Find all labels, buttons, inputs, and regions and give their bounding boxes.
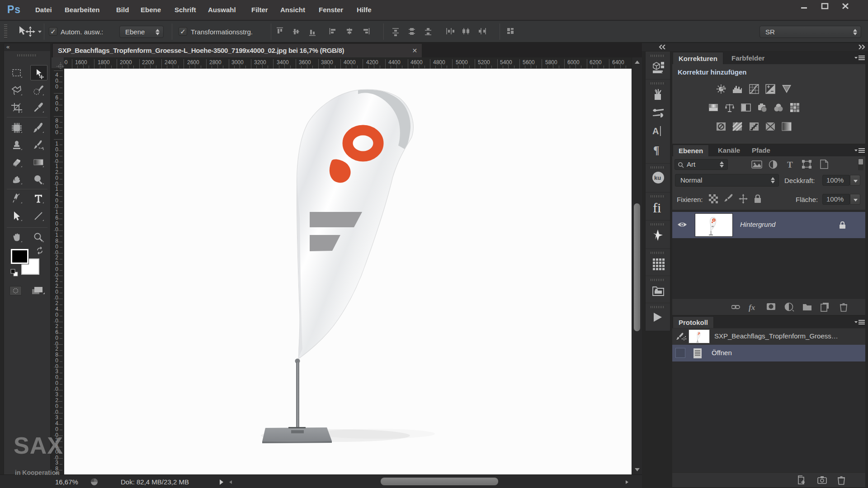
- svg-text:A: A: [652, 126, 659, 136]
- svg-text:fi: fi: [653, 201, 661, 215]
- svg-text:ku: ku: [654, 174, 661, 181]
- svg-text:fx: fx: [749, 303, 755, 312]
- svg-text:¶: ¶: [653, 144, 660, 156]
- svg-text:T: T: [787, 160, 793, 169]
